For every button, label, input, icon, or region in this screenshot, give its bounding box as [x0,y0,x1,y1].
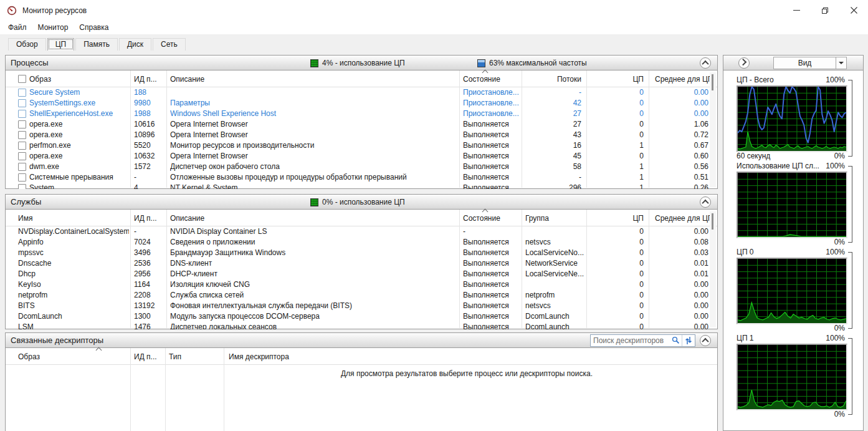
service-row[interactable]: KeyIso1164Изоляция ключей CNGВыполняется… [6,279,717,290]
search-button[interactable] [669,335,682,346]
service-row-cpu: 0 [590,290,644,301]
process-row-threads: 27 [525,119,581,130]
services-section-header[interactable]: Службы 0% - использование ЦП [6,195,717,210]
col-image[interactable]: Образ [29,75,51,84]
handles-empty-message: Для просмотра результатов выберите проце… [224,369,710,378]
scrollbar-thumb[interactable] [712,213,713,230]
close-button[interactable] [839,0,868,21]
col-threads[interactable]: Потоки [525,75,581,84]
services-title: Службы [11,197,41,206]
tab-memory[interactable]: Память [75,38,118,51]
service-row[interactable]: Dnscache2536DNS-клиентВыполняетсяNetwork… [6,258,717,269]
process-row[interactable]: opera.exe10896Opera Internet BrowserВыпо… [6,130,717,140]
menu-help[interactable]: Справка [79,23,115,32]
col-cpu[interactable]: ЦП [590,75,644,84]
select-all-checkbox[interactable] [18,75,26,83]
col-image[interactable]: Образ [18,352,40,361]
handles-collapse-button[interactable] [700,335,711,346]
processes-collapse-button[interactable] [700,57,711,69]
services-collapse-button[interactable] [700,196,711,208]
process-row[interactable]: System4NT Kernel & SystemВыполняется2961… [6,183,717,189]
minimize-button[interactable] [782,0,811,21]
service-row[interactable]: netprofm2208Служба списка сетейВыполняет… [6,290,717,301]
process-row[interactable]: SystemSettings.exe9980ПараметрыПриостано… [6,98,717,109]
col-handle-name[interactable]: Имя дескриптора [229,352,289,361]
view-dropdown-arrow[interactable] [836,57,846,69]
services-scrollbar[interactable] [710,211,716,327]
col-description[interactable]: Описание [170,214,204,223]
col-avg-cpu[interactable]: Среднее для ЦП [655,75,708,84]
service-row-avg: 0.00 [655,290,708,301]
process-row-desc: NT Kernel & System [170,183,457,189]
process-row[interactable]: ShellExperienceHost.exe1988Windows Shell… [6,109,717,119]
row-checkbox[interactable] [18,131,26,139]
processes-section-header[interactable]: Процессы 4% - использование ЦП 63% макси… [6,56,717,70]
row-checkbox[interactable] [18,99,26,107]
panel-expand-button[interactable] [738,57,750,69]
row-checkbox[interactable] [18,142,26,150]
row-checkbox[interactable] [18,184,26,189]
tab-overview[interactable]: Обзор [8,38,46,51]
chevron-down-icon [839,62,844,64]
process-row[interactable]: Системные прерывания-Отложенные вызовы п… [6,172,717,183]
service-row[interactable]: BITS13192Фоновая интеллектуальная служба… [6,301,717,311]
search-input[interactable] [591,336,669,346]
process-row-status: Выполняется [463,162,520,172]
row-checkbox[interactable] [18,120,26,128]
service-row-pid: 13192 [134,301,165,311]
processes-scrollbar[interactable] [710,72,716,187]
tab-disk[interactable]: Диск [119,38,151,51]
view-button[interactable]: Вид [773,57,847,69]
process-row[interactable]: perfmon.exe5520Монитор ресурсов и произв… [6,140,717,151]
process-row[interactable]: dwm.exe1572Диспетчер окон рабочего стола… [6,162,717,172]
service-row[interactable]: Appinfo7024Сведения о приложенииВыполняе… [6,237,717,248]
col-status[interactable]: Состояние [463,75,500,84]
graph-plot [737,258,847,324]
view-button-label: Вид [774,57,836,69]
service-row[interactable]: mpssvc3496Брандмауэр Защитника WindowsВы… [6,248,717,258]
process-row[interactable]: opera.exe10616Opera Internet BrowserВыпо… [6,119,717,130]
process-row-avg: 0.51 [655,172,708,183]
row-checkbox[interactable] [18,89,26,97]
col-status[interactable]: Состояние [463,214,500,223]
menu-monitor[interactable]: Монитор [38,23,75,32]
service-row-name: NVDisplay.ContainerLocalSystem [18,226,129,237]
search-handles-button[interactable] [682,335,695,346]
process-row-desc: Монитор ресурсов и производительности [170,140,457,151]
col-type[interactable]: Тип [169,352,181,361]
col-group[interactable]: Группа [525,214,549,223]
service-row[interactable]: NVDisplay.ContainerLocalSystem-NVIDIA Di… [6,226,717,237]
service-row-status: Выполняется [463,290,520,301]
graph-ymin: 0% [834,410,845,419]
col-pid[interactable]: ИД п... [134,75,157,84]
restore-button[interactable] [811,0,839,21]
process-row[interactable]: opera.exe10632Opera Internet BrowserВыпо… [6,151,717,162]
col-cpu[interactable]: ЦП [590,214,644,223]
row-checkbox[interactable] [18,110,26,118]
row-checkbox[interactable] [18,173,26,182]
process-row-threads: 16 [525,140,581,151]
process-row-image: System [29,183,129,189]
service-row[interactable]: Dhcp2956DHCP-клиентВыполняетсяLocalServi… [6,269,717,279]
col-description[interactable]: Описание [170,75,204,84]
service-row-cpu: 0 [590,237,644,248]
service-row[interactable]: LSM1476Диспетчер локальных сеансовВыполн… [6,322,717,329]
tab-network[interactable]: Сеть [153,38,186,51]
handles-section-header[interactable]: Связанные дескрипторы [6,333,717,348]
row-checkbox[interactable] [18,163,26,171]
process-row-desc: Отложенные вызовы процедур и процедуры о… [170,172,457,183]
tab-cpu[interactable]: ЦП [47,38,75,51]
scrollbar-thumb[interactable] [712,74,713,90]
menu-file[interactable]: Файл [8,23,33,32]
col-avg-cpu[interactable]: Среднее для ЦП [655,214,708,223]
service-row[interactable]: DcomLaunch1300Модуль запуска процессов D… [6,311,717,322]
row-checkbox[interactable] [18,152,26,160]
graph-cpu-1: ЦП 1 100% 0% [723,332,864,420]
col-name[interactable]: Имя [18,214,32,223]
process-row[interactable]: Secure System188Приостановле...-00.00 [6,87,717,98]
col-pid[interactable]: ИД п... [134,352,157,361]
service-row-avg: 0.00 [655,226,708,237]
services-cpu-usage-label: 0% - использование ЦП [322,198,405,206]
service-row-desc: Изоляция ключей CNG [170,279,457,290]
col-pid[interactable]: ИД п... [134,214,157,223]
